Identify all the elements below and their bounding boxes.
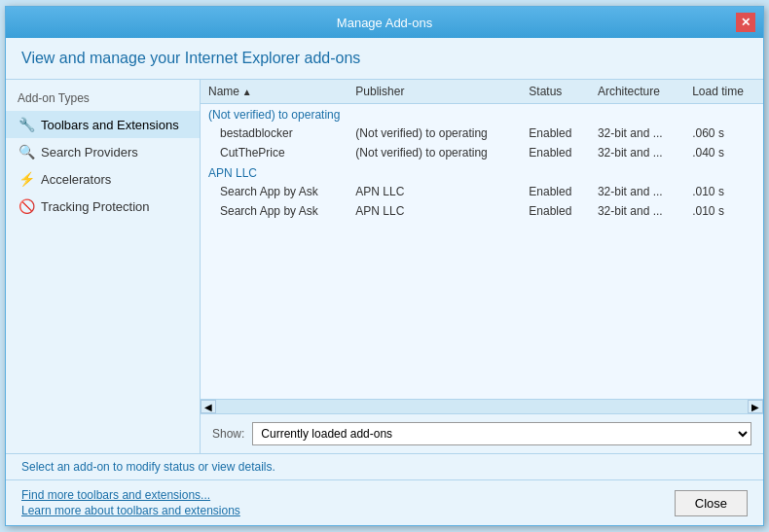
sidebar-item-tracking[interactable]: 🚫 Tracking Protection — [6, 193, 200, 220]
cell-status: Enabled — [521, 143, 590, 162]
manage-addons-dialog: Manage Add-ons ✕ View and manage your In… — [5, 6, 764, 526]
table-group-header: (Not verified) to operating — [201, 104, 763, 124]
table-row[interactable]: bestadblocker (Not verified) to operatin… — [201, 124, 763, 143]
cell-status: Enabled — [521, 182, 590, 201]
cell-name: Search App by Ask — [201, 201, 348, 221]
sidebar-item-search[interactable]: 🔍 Search Providers — [6, 138, 200, 165]
close-button[interactable]: Close — [675, 490, 748, 516]
accelerators-icon: ⚡ — [18, 170, 35, 188]
show-label: Show: — [212, 427, 244, 441]
title-bar: Manage Add-ons ✕ — [6, 7, 763, 38]
cell-architecture: 32-bit and ... — [590, 124, 684, 143]
learn-more-link[interactable]: Learn more about toolbars and extensions — [21, 504, 240, 517]
header-text: View and manage your Internet Explorer a… — [21, 50, 748, 67]
sidebar: Add-on Types 🔧 Toolbars and Extensions 🔍… — [6, 80, 201, 453]
cell-status: Enabled — [521, 124, 590, 143]
table-container[interactable]: Name Publisher Status Architecture Load … — [201, 80, 763, 399]
sidebar-item-search-label: Search Providers — [41, 145, 138, 160]
sidebar-item-accelerators-label: Accelerators — [41, 172, 111, 187]
cell-loadtime: .040 s — [684, 143, 763, 162]
window-close-button[interactable]: ✕ — [736, 13, 755, 32]
cell-publisher: (Not verified) to operating — [348, 124, 521, 143]
cell-architecture: 32-bit and ... — [590, 143, 684, 162]
footer-links: Find more toolbars and extensions... Lea… — [21, 488, 240, 517]
header-bar: View and manage your Internet Explorer a… — [6, 38, 763, 80]
search-icon: 🔍 — [18, 143, 35, 160]
sidebar-section-label: Add-on Types — [6, 88, 200, 111]
sidebar-item-toolbars-label: Toolbars and Extensions — [41, 118, 179, 132]
cell-name: CutThePrice — [201, 143, 348, 162]
cell-status: Enabled — [521, 201, 590, 221]
cell-name: Search App by Ask — [201, 182, 348, 201]
col-publisher[interactable]: Publisher — [348, 80, 521, 104]
scroll-right-button[interactable]: ▶ — [748, 400, 763, 413]
col-status[interactable]: Status — [521, 80, 590, 104]
scroll-left-button[interactable]: ◀ — [201, 400, 216, 413]
status-text: Select an add-on to modify status or vie… — [21, 460, 275, 474]
cell-publisher: APN LLC — [348, 182, 521, 201]
cell-loadtime: .010 s — [684, 182, 763, 201]
table-group-header: APN LLC — [201, 162, 763, 182]
footer: Find more toolbars and extensions... Lea… — [6, 479, 763, 525]
addons-table: Name Publisher Status Architecture Load … — [201, 80, 763, 221]
cell-name: bestadblocker — [201, 124, 348, 143]
toolbars-icon: 🔧 — [18, 116, 35, 133]
sidebar-item-accelerators[interactable]: ⚡ Accelerators — [6, 165, 200, 193]
sidebar-item-toolbars[interactable]: 🔧 Toolbars and Extensions — [6, 111, 200, 138]
col-architecture[interactable]: Architecture — [590, 80, 684, 104]
find-toolbars-link[interactable]: Find more toolbars and extensions... — [21, 488, 240, 502]
show-select[interactable]: Currently loaded add-ons — [252, 422, 751, 445]
col-name[interactable]: Name — [201, 80, 348, 104]
table-row[interactable]: Search App by Ask APN LLC Enabled 32-bit… — [201, 182, 763, 201]
cell-loadtime: .010 s — [684, 201, 763, 221]
dialog-title: Manage Add-ons — [33, 16, 736, 30]
table-row[interactable]: CutThePrice (Not verified) to operating … — [201, 143, 763, 162]
status-bar: Select an add-on to modify status or vie… — [6, 453, 763, 479]
cell-publisher: APN LLC — [348, 201, 521, 221]
col-loadtime[interactable]: Load time — [684, 80, 763, 104]
horizontal-scrollbar[interactable]: ◀ ▶ — [201, 399, 763, 413]
cell-architecture: 32-bit and ... — [590, 182, 684, 201]
main-panel: Name Publisher Status Architecture Load … — [201, 80, 763, 453]
tracking-icon: 🚫 — [18, 197, 35, 215]
table-header-row: Name Publisher Status Architecture Load … — [201, 80, 763, 104]
content-area: Add-on Types 🔧 Toolbars and Extensions 🔍… — [6, 80, 763, 453]
cell-publisher: (Not verified) to operating — [348, 143, 521, 162]
scroll-track[interactable] — [216, 400, 748, 413]
cell-loadtime: .060 s — [684, 124, 763, 143]
show-area: Show: Currently loaded add-ons — [201, 413, 763, 453]
sidebar-item-tracking-label: Tracking Protection — [41, 199, 150, 214]
cell-architecture: 32-bit and ... — [590, 201, 684, 221]
table-row[interactable]: Search App by Ask APN LLC Enabled 32-bit… — [201, 201, 763, 221]
